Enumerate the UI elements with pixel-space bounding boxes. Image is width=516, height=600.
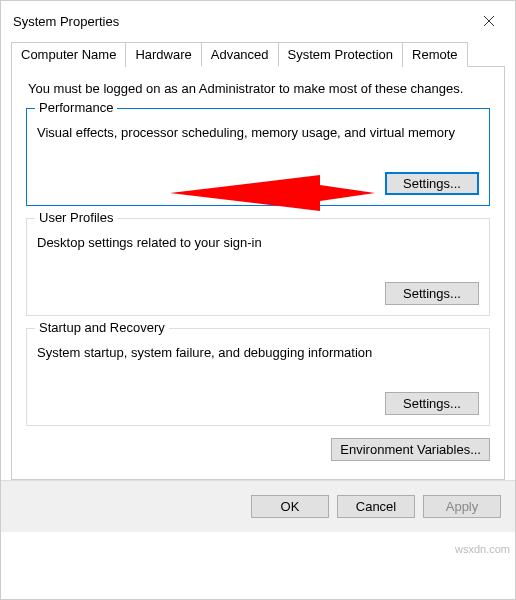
tab-computer-name[interactable]: Computer Name bbox=[11, 42, 126, 67]
startup-recovery-footer: Settings... bbox=[37, 392, 479, 415]
env-row: Environment Variables... bbox=[26, 438, 490, 461]
tab-advanced[interactable]: Advanced bbox=[201, 42, 279, 67]
user-profiles-footer: Settings... bbox=[37, 282, 479, 305]
startup-recovery-settings-button[interactable]: Settings... bbox=[385, 392, 479, 415]
user-profiles-group: User Profiles Desktop settings related t… bbox=[26, 218, 490, 316]
user-profiles-desc: Desktop settings related to your sign-in bbox=[37, 235, 479, 252]
tab-hardware[interactable]: Hardware bbox=[125, 42, 201, 67]
ok-button[interactable]: OK bbox=[251, 495, 329, 518]
dialog-button-row: OK Cancel Apply bbox=[1, 480, 515, 532]
user-profiles-label: User Profiles bbox=[35, 210, 117, 225]
tab-system-protection[interactable]: System Protection bbox=[278, 42, 404, 67]
environment-variables-button[interactable]: Environment Variables... bbox=[331, 438, 490, 461]
admin-note: You must be logged on as an Administrato… bbox=[26, 81, 490, 96]
startup-recovery-group: Startup and Recovery System startup, sys… bbox=[26, 328, 490, 426]
performance-label: Performance bbox=[35, 100, 117, 115]
apply-button[interactable]: Apply bbox=[423, 495, 501, 518]
tab-strip: Computer Name Hardware Advanced System P… bbox=[11, 41, 505, 66]
startup-recovery-label: Startup and Recovery bbox=[35, 320, 169, 335]
performance-desc: Visual effects, processor scheduling, me… bbox=[37, 125, 479, 142]
system-properties-dialog: System Properties Computer Name Hardware… bbox=[0, 0, 516, 600]
startup-recovery-desc: System startup, system failure, and debu… bbox=[37, 345, 479, 362]
watermark: wsxdn.com bbox=[455, 543, 510, 555]
performance-footer: Settings... bbox=[37, 172, 479, 195]
performance-group: Performance Visual effects, processor sc… bbox=[26, 108, 490, 206]
titlebar: System Properties bbox=[1, 1, 515, 41]
close-icon bbox=[483, 15, 495, 27]
tab-container: Computer Name Hardware Advanced System P… bbox=[11, 41, 505, 480]
cancel-button[interactable]: Cancel bbox=[337, 495, 415, 518]
window-title: System Properties bbox=[13, 14, 119, 29]
tab-remote[interactable]: Remote bbox=[402, 42, 468, 67]
user-profiles-settings-button[interactable]: Settings... bbox=[385, 282, 479, 305]
tab-content-advanced: You must be logged on as an Administrato… bbox=[11, 66, 505, 480]
close-button[interactable] bbox=[475, 7, 503, 35]
performance-settings-button[interactable]: Settings... bbox=[385, 172, 479, 195]
